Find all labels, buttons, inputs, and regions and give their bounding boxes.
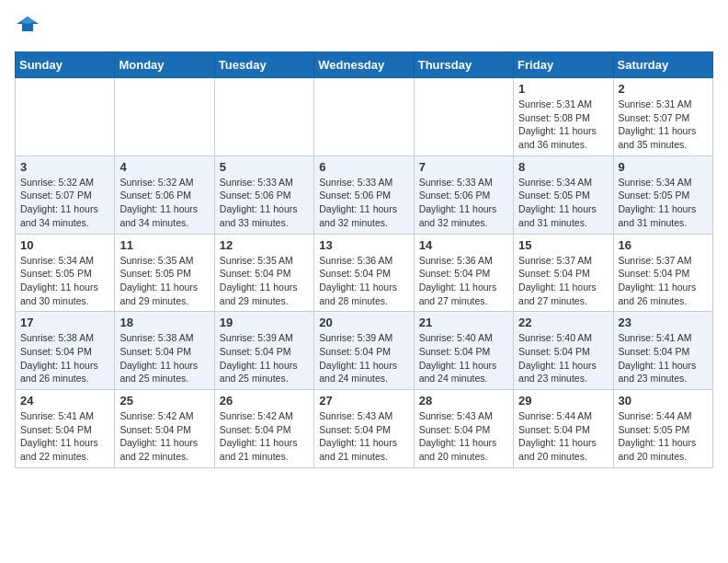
day-info: Sunrise: 5:40 AM Sunset: 5:04 PM Dayligh…	[518, 331, 608, 385]
calendar-week-row: 1Sunrise: 5:31 AM Sunset: 5:08 PM Daylig…	[16, 78, 713, 156]
calendar-cell	[414, 78, 513, 156]
day-number: 7	[419, 160, 508, 174]
calendar-week-row: 24Sunrise: 5:41 AM Sunset: 5:04 PM Dayli…	[16, 390, 713, 468]
calendar-cell: 5Sunrise: 5:33 AM Sunset: 5:06 PM Daylig…	[214, 155, 313, 234]
calendar-cell: 6Sunrise: 5:33 AM Sunset: 5:06 PM Daylig…	[314, 155, 414, 234]
day-number: 19	[220, 316, 309, 329]
calendar-cell: 4Sunrise: 5:32 AM Sunset: 5:06 PM Daylig…	[115, 155, 214, 234]
day-number: 24	[20, 394, 109, 408]
day-info: Sunrise: 5:33 AM Sunset: 5:06 PM Dayligh…	[319, 176, 408, 230]
day-info: Sunrise: 5:38 AM Sunset: 5:04 PM Dayligh…	[119, 331, 209, 385]
day-number: 28	[419, 394, 508, 408]
calendar-cell: 27Sunrise: 5:43 AM Sunset: 5:04 PM Dayli…	[314, 390, 414, 468]
day-info: Sunrise: 5:43 AM Sunset: 5:04 PM Dayligh…	[419, 409, 508, 464]
day-number: 14	[419, 238, 508, 252]
day-info: Sunrise: 5:43 AM Sunset: 5:04 PM Dayligh…	[319, 409, 408, 464]
calendar-cell: 11Sunrise: 5:35 AM Sunset: 5:05 PM Dayli…	[115, 234, 214, 312]
calendar-cell: 8Sunrise: 5:34 AM Sunset: 5:05 PM Daylig…	[514, 155, 613, 234]
day-number: 8	[518, 160, 608, 174]
calendar-cell: 7Sunrise: 5:33 AM Sunset: 5:06 PM Daylig…	[414, 155, 513, 234]
day-number: 22	[518, 316, 608, 329]
day-number: 5	[220, 160, 309, 174]
day-number: 26	[220, 394, 309, 408]
day-info: Sunrise: 5:32 AM Sunset: 5:07 PM Dayligh…	[20, 176, 109, 230]
day-info: Sunrise: 5:42 AM Sunset: 5:04 PM Dayligh…	[119, 409, 209, 464]
day-info: Sunrise: 5:37 AM Sunset: 5:04 PM Dayligh…	[518, 254, 608, 308]
day-info: Sunrise: 5:31 AM Sunset: 5:08 PM Dayligh…	[518, 98, 608, 152]
calendar-cell: 22Sunrise: 5:40 AM Sunset: 5:04 PM Dayli…	[514, 312, 613, 390]
day-info: Sunrise: 5:40 AM Sunset: 5:04 PM Dayligh…	[419, 331, 508, 385]
day-info: Sunrise: 5:35 AM Sunset: 5:04 PM Dayligh…	[220, 254, 309, 308]
calendar-cell: 28Sunrise: 5:43 AM Sunset: 5:04 PM Dayli…	[414, 390, 513, 468]
calendar-cell	[16, 78, 115, 156]
day-number: 12	[220, 238, 309, 252]
calendar-header-friday: Friday	[514, 52, 613, 78]
day-info: Sunrise: 5:42 AM Sunset: 5:04 PM Dayligh…	[220, 409, 309, 464]
day-number: 3	[20, 160, 109, 174]
calendar-cell: 15Sunrise: 5:37 AM Sunset: 5:04 PM Dayli…	[514, 234, 613, 312]
calendar-cell: 17Sunrise: 5:38 AM Sunset: 5:04 PM Dayli…	[16, 312, 115, 390]
calendar-cell: 16Sunrise: 5:37 AM Sunset: 5:04 PM Dayli…	[613, 234, 712, 312]
day-info: Sunrise: 5:34 AM Sunset: 5:05 PM Dayligh…	[20, 254, 109, 308]
day-number: 27	[319, 394, 408, 408]
calendar-cell	[314, 78, 414, 156]
calendar-cell: 10Sunrise: 5:34 AM Sunset: 5:05 PM Dayli…	[16, 234, 115, 312]
day-info: Sunrise: 5:31 AM Sunset: 5:07 PM Dayligh…	[619, 98, 708, 152]
day-info: Sunrise: 5:35 AM Sunset: 5:05 PM Dayligh…	[119, 254, 209, 308]
day-number: 11	[119, 238, 209, 252]
day-number: 21	[419, 316, 508, 329]
calendar-header-wednesday: Wednesday	[314, 52, 414, 78]
day-number: 17	[20, 316, 109, 329]
calendar-cell: 1Sunrise: 5:31 AM Sunset: 5:08 PM Daylig…	[514, 78, 613, 156]
calendar-cell: 12Sunrise: 5:35 AM Sunset: 5:04 PM Dayli…	[214, 234, 313, 312]
calendar-cell: 30Sunrise: 5:44 AM Sunset: 5:05 PM Dayli…	[613, 390, 712, 468]
day-number: 25	[119, 394, 209, 408]
calendar-cell: 18Sunrise: 5:38 AM Sunset: 5:04 PM Dayli…	[115, 312, 214, 390]
day-number: 1	[518, 82, 608, 96]
day-info: Sunrise: 5:44 AM Sunset: 5:04 PM Dayligh…	[518, 409, 608, 464]
day-number: 10	[20, 238, 109, 252]
day-info: Sunrise: 5:34 AM Sunset: 5:05 PM Dayligh…	[518, 176, 608, 230]
calendar-cell: 3Sunrise: 5:32 AM Sunset: 5:07 PM Daylig…	[16, 155, 115, 234]
day-number: 20	[319, 316, 408, 329]
calendar-cell: 24Sunrise: 5:41 AM Sunset: 5:04 PM Dayli…	[16, 390, 115, 468]
day-number: 4	[119, 160, 209, 174]
page-header	[15, 15, 713, 40]
day-number: 6	[319, 160, 408, 174]
day-info: Sunrise: 5:33 AM Sunset: 5:06 PM Dayligh…	[419, 176, 508, 230]
calendar-cell: 13Sunrise: 5:36 AM Sunset: 5:04 PM Dayli…	[314, 234, 414, 312]
day-info: Sunrise: 5:44 AM Sunset: 5:05 PM Dayligh…	[619, 409, 708, 464]
logo	[15, 15, 44, 40]
day-info: Sunrise: 5:41 AM Sunset: 5:04 PM Dayligh…	[20, 409, 109, 464]
calendar-header-thursday: Thursday	[414, 52, 513, 78]
day-number: 29	[518, 394, 608, 408]
calendar-week-row: 10Sunrise: 5:34 AM Sunset: 5:05 PM Dayli…	[16, 234, 713, 312]
day-number: 9	[619, 160, 708, 174]
day-number: 2	[619, 82, 708, 96]
calendar-cell: 19Sunrise: 5:39 AM Sunset: 5:04 PM Dayli…	[214, 312, 313, 390]
day-info: Sunrise: 5:38 AM Sunset: 5:04 PM Dayligh…	[20, 331, 109, 385]
calendar-week-row: 17Sunrise: 5:38 AM Sunset: 5:04 PM Dayli…	[16, 312, 713, 390]
calendar-cell	[115, 78, 214, 156]
day-number: 13	[319, 238, 408, 252]
day-info: Sunrise: 5:33 AM Sunset: 5:06 PM Dayligh…	[220, 176, 309, 230]
calendar-cell: 23Sunrise: 5:41 AM Sunset: 5:04 PM Dayli…	[613, 312, 712, 390]
day-number: 23	[619, 316, 708, 329]
day-info: Sunrise: 5:36 AM Sunset: 5:04 PM Dayligh…	[419, 254, 508, 308]
day-info: Sunrise: 5:36 AM Sunset: 5:04 PM Dayligh…	[319, 254, 408, 308]
calendar-header-monday: Monday	[115, 52, 214, 78]
day-info: Sunrise: 5:39 AM Sunset: 5:04 PM Dayligh…	[319, 331, 408, 385]
calendar-cell: 25Sunrise: 5:42 AM Sunset: 5:04 PM Dayli…	[115, 390, 214, 468]
calendar-cell: 9Sunrise: 5:34 AM Sunset: 5:05 PM Daylig…	[613, 155, 712, 234]
calendar-header-sunday: Sunday	[16, 52, 115, 78]
day-number: 15	[518, 238, 608, 252]
calendar-cell: 21Sunrise: 5:40 AM Sunset: 5:04 PM Dayli…	[414, 312, 513, 390]
day-info: Sunrise: 5:32 AM Sunset: 5:06 PM Dayligh…	[119, 176, 209, 230]
day-number: 16	[619, 238, 708, 252]
calendar-cell: 29Sunrise: 5:44 AM Sunset: 5:04 PM Dayli…	[514, 390, 613, 468]
day-number: 18	[119, 316, 209, 329]
day-info: Sunrise: 5:41 AM Sunset: 5:04 PM Dayligh…	[619, 331, 708, 385]
calendar-header-saturday: Saturday	[613, 52, 712, 78]
calendar-cell: 2Sunrise: 5:31 AM Sunset: 5:07 PM Daylig…	[613, 78, 712, 156]
day-info: Sunrise: 5:34 AM Sunset: 5:05 PM Dayligh…	[619, 176, 708, 230]
